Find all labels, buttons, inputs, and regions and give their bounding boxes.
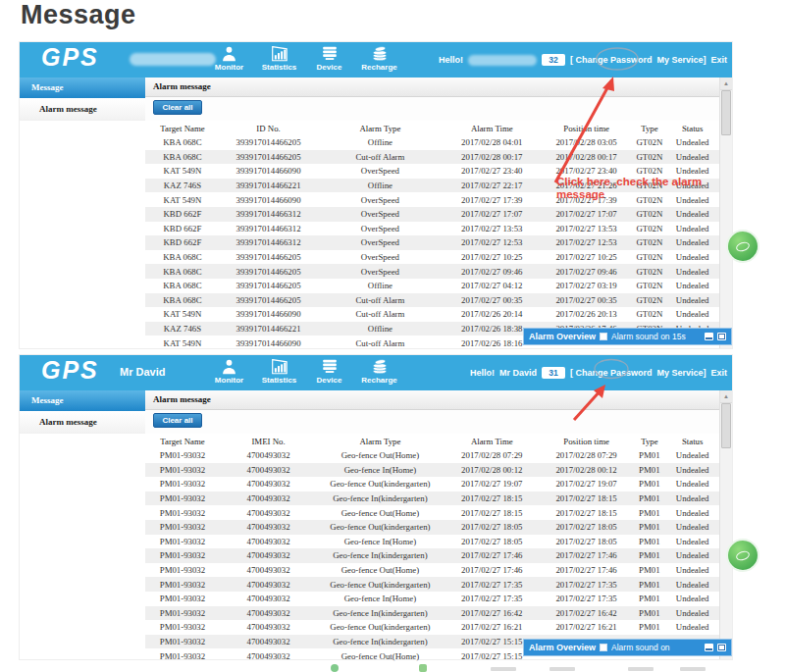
table-row[interactable]: KBA 068C 393917014466205 Offline 2017/02… <box>145 135 732 150</box>
table-row[interactable]: PM01-93032 4700493032 Geo-fence In(kinde… <box>145 548 732 563</box>
cell-imei-no: 4700493032 <box>220 508 317 518</box>
table-row[interactable]: KBA 068C 393917014466205 Offline 2017/02… <box>145 279 732 293</box>
my-service-link[interactable]: My Service] <box>656 55 706 65</box>
cell-status: Undealed <box>666 237 718 247</box>
table-row[interactable]: KBA 068C 393917014466205 Cut-off Alarm 2… <box>145 293 732 308</box>
cell-imei-no: 4700493032 <box>220 522 317 532</box>
cell-alarm-type: Offline <box>317 137 443 147</box>
support-float-button[interactable] <box>726 539 759 572</box>
table-row[interactable]: KBA 068C 393917014466205 OverSpeed 2017/… <box>145 264 732 279</box>
scroll-up-arrow-icon[interactable]: ▲ <box>720 390 732 403</box>
alarm-sound-checkbox[interactable] <box>600 333 607 340</box>
vertical-scrollbar[interactable]: ▲ <box>719 390 732 659</box>
table-row[interactable]: PM01-93032 4700493032 Geo-fence In(Home)… <box>145 535 732 549</box>
cell-position-time: 2017/02/27 17:46 <box>541 565 632 575</box>
cell-status: Undealed <box>666 152 718 162</box>
table-row[interactable]: PM01-93032 4700493032 Geo-fence Out(Home… <box>145 563 732 578</box>
nav-item-monitor[interactable]: Monitor <box>204 45 254 72</box>
cell-id-no: 393917014466205 <box>220 281 317 290</box>
cell-imei-no: 4700493032 <box>220 637 317 646</box>
nav-item-device[interactable]: Device <box>304 358 354 385</box>
change-password-link[interactable]: [ Change Password <box>570 55 653 65</box>
support-float-button[interactable] <box>726 230 759 263</box>
cell-alarm-type: Cut-off Alarm <box>317 338 443 348</box>
cell-target-name: PM01-93032 <box>145 537 220 546</box>
alarm-sound-checkbox[interactable] <box>600 644 607 651</box>
clear-all-button[interactable]: Clear all <box>153 413 202 428</box>
sidebar-item-alarm-message[interactable]: Alarm message <box>20 98 145 121</box>
exit-link[interactable]: Exit <box>710 55 727 65</box>
cell-position-time: 2017/02/27 23:40 <box>541 166 632 176</box>
cell-status: Undealed <box>666 608 718 618</box>
cell-alarm-type: Cut-off Alarm <box>317 152 443 162</box>
table-row[interactable]: PM01-93032 4700493032 Geo-fence In(Home)… <box>145 463 732 478</box>
table-row[interactable]: PM01-93032 4700493032 Geo-fence Out(Home… <box>145 505 732 520</box>
table-row[interactable]: PM01-93032 4700493032 Geo-fence Out(kind… <box>145 520 732 535</box>
nav-item-statistics[interactable]: Statistics <box>254 45 304 72</box>
sidebar: Message Alarm message <box>20 78 146 348</box>
cell-alarm-type: Geo-fence Out(Home) <box>317 450 443 460</box>
scrollbar-thumb[interactable] <box>721 90 731 135</box>
clear-all-button[interactable]: Clear all <box>153 100 202 115</box>
cell-alarm-time: 2017/02/27 18:05 <box>444 537 541 546</box>
gps-logo: GPS <box>41 43 99 72</box>
sidebar-item-alarm-message[interactable]: Alarm message <box>20 411 145 434</box>
nav-item-recharge[interactable]: Recharge <box>354 45 404 72</box>
minimize-icon[interactable] <box>705 333 713 340</box>
cell-target-name: KAZ 746S <box>145 324 220 334</box>
column-header: Alarm Time <box>444 437 541 446</box>
exit-link[interactable]: Exit <box>710 368 727 378</box>
table-row[interactable]: PM01-93032 4700493032 Geo-fence Out(kind… <box>145 477 732 491</box>
cell-alarm-type: Geo-fence In(kindergarten) <box>317 493 443 503</box>
cell-position-time: 2017/02/27 18:05 <box>541 522 632 532</box>
cell-id-no: 393917014466221 <box>220 181 317 190</box>
table-row[interactable]: KBA 068C 393917014466205 OverSpeed 2017/… <box>145 250 732 265</box>
cell-target-name: KBD 662F <box>145 224 220 233</box>
cell-status: Undealed <box>666 479 718 489</box>
table-row[interactable]: PM01-93032 4700493032 Geo-fence In(Home)… <box>145 592 732 606</box>
cell-position-time: 2017/02/27 13:53 <box>541 224 632 233</box>
alarm-count-badge[interactable]: 32 <box>542 54 565 66</box>
my-service-link[interactable]: My Service] <box>656 368 706 378</box>
table-row[interactable]: PM01-93032 4700493032 Geo-fence Out(kind… <box>145 620 732 635</box>
nav-item-device[interactable]: Device <box>304 45 354 72</box>
cell-status: Undealed <box>666 309 718 319</box>
scrollbar-thumb[interactable] <box>721 403 731 448</box>
cell-status: Undealed <box>666 295 718 305</box>
blurred-username <box>130 53 216 66</box>
sidebar-item-message[interactable]: Message <box>20 78 145 98</box>
cell-alarm-type: OverSpeed <box>317 166 443 176</box>
table-row[interactable]: KBD 662F 393917014466312 OverSpeed 2017/… <box>145 222 732 236</box>
scroll-up-arrow-icon[interactable]: ▲ <box>720 78 732 90</box>
table-header-row: Target NameIMEI No.Alarm TypeAlarm TimeP… <box>145 434 732 448</box>
minimize-icon[interactable] <box>705 644 713 651</box>
cell-alarm-time: 2017/02/26 20:14 <box>444 309 541 319</box>
popup-window-icon[interactable] <box>717 644 726 651</box>
cell-position-time: 2017/02/27 10:25 <box>541 252 632 262</box>
popup-window-icon[interactable] <box>717 333 726 340</box>
cell-imei-no: 4700493032 <box>220 479 317 489</box>
change-password-link[interactable]: [ Change Password <box>570 368 653 378</box>
table-row[interactable]: KAT 549N 393917014466090 Cut-off Alarm 2… <box>145 307 732 322</box>
sidebar: Message Alarm message <box>20 390 146 659</box>
table-row[interactable]: PM01-93032 4700493032 Geo-fence Out(Home… <box>145 448 732 463</box>
cell-position-time: 2017/02/27 17:46 <box>541 550 632 560</box>
column-header: Status <box>666 124 718 133</box>
cell-type: GT02N <box>632 224 666 233</box>
legend-fragment <box>628 667 654 671</box>
table-row[interactable]: KBA 068C 393917014466205 Cut-off Alarm 2… <box>145 150 732 165</box>
bar-chart-icon <box>269 45 289 62</box>
table-row[interactable]: KBD 662F 393917014466312 OverSpeed 2017/… <box>145 235 732 250</box>
sidebar-item-message[interactable]: Message <box>20 390 145 411</box>
table-row[interactable]: KBD 662F 393917014466312 OverSpeed 2017/… <box>145 207 732 222</box>
table-row[interactable]: PM01-93032 4700493032 Geo-fence Out(kind… <box>145 577 732 592</box>
nav-item-recharge[interactable]: Recharge <box>354 358 404 385</box>
nav-item-statistics[interactable]: Statistics <box>254 358 304 385</box>
vertical-scrollbar[interactable]: ▲ <box>719 78 732 348</box>
column-header: Target Name <box>145 124 220 133</box>
table-row[interactable]: PM01-93032 4700493032 Geo-fence In(kinde… <box>145 491 732 506</box>
table-row[interactable]: PM01-93032 4700493032 Geo-fence In(kinde… <box>145 606 732 621</box>
alarm-count-badge[interactable]: 31 <box>542 367 565 379</box>
cell-alarm-type: Geo-fence In(kindergarten) <box>317 637 443 646</box>
nav-item-monitor[interactable]: Monitor <box>204 358 254 385</box>
